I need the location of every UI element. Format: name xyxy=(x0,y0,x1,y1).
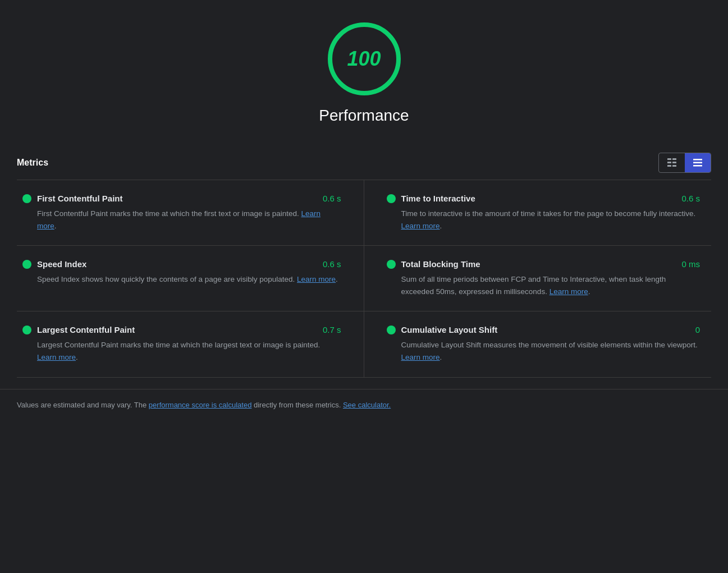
svg-rect-4 xyxy=(667,165,671,167)
metrics-label: Metrics xyxy=(17,158,48,168)
svg-rect-6 xyxy=(693,159,702,161)
metric-value-tti: 0.6 s xyxy=(681,194,700,203)
metric-item-lcp: Largest Contentful Paint 0.7 s Largest C… xyxy=(17,311,364,377)
metric-item-fcp: First Contentful Paint 0.6 s First Conte… xyxy=(17,180,364,246)
metric-name-si: Speed Index xyxy=(37,259,86,269)
metric-value-fcp: 0.6 s xyxy=(323,194,341,203)
metric-title-group: Speed Index xyxy=(22,259,86,269)
metric-name-tti: Time to Interactive xyxy=(401,194,475,203)
metric-value-cls: 0 xyxy=(695,325,700,334)
learn-more-link-tti[interactable]: Learn more xyxy=(401,222,440,230)
metric-header-row: Time to Interactive 0.6 s xyxy=(387,194,700,203)
metric-item-tbt: Total Blocking Time 0 ms Sum of all time… xyxy=(364,246,712,311)
metric-name-cls: Cumulative Layout Shift xyxy=(401,325,498,334)
footer-text-middle: directly from these metrics. xyxy=(251,401,343,409)
metrics-grid: First Contentful Paint 0.6 s First Conte… xyxy=(17,180,711,378)
svg-rect-2 xyxy=(667,162,671,163)
svg-rect-8 xyxy=(693,165,702,167)
metric-item-cls: Cumulative Layout Shift 0 Cumulative Lay… xyxy=(364,311,712,377)
grid-view-button[interactable] xyxy=(659,153,685,172)
header: 100 Performance xyxy=(0,0,728,153)
svg-rect-0 xyxy=(667,158,671,160)
learn-more-link-lcp[interactable]: Learn more xyxy=(37,353,76,361)
metric-value-tbt: 0 ms xyxy=(681,259,700,269)
list-view-button[interactable] xyxy=(685,153,711,172)
footer-text-before: Values are estimated and may vary. The xyxy=(17,401,149,409)
metric-title-group: Cumulative Layout Shift xyxy=(387,325,498,334)
metric-title-group: Time to Interactive xyxy=(387,194,475,203)
metric-title-group: First Contentful Paint xyxy=(22,194,123,203)
metric-header-row: First Contentful Paint 0.6 s xyxy=(22,194,341,203)
svg-rect-3 xyxy=(672,162,676,163)
score-circle: 100 xyxy=(328,22,401,95)
learn-more-link-cls[interactable]: Learn more xyxy=(401,353,440,361)
metric-name-fcp: First Contentful Paint xyxy=(37,194,123,203)
learn-more-link-si[interactable]: Learn more xyxy=(297,275,336,283)
learn-more-link-fcp[interactable]: Learn more xyxy=(37,209,320,230)
svg-rect-7 xyxy=(693,162,702,164)
status-dot-tbt xyxy=(387,260,396,269)
performance-score-link[interactable]: performance score is calculated xyxy=(149,401,252,409)
metric-title-group: Total Blocking Time xyxy=(387,259,480,269)
metric-description-fcp: First Contentful Paint marks the time at… xyxy=(22,208,341,232)
footer: Values are estimated and may vary. The p… xyxy=(0,389,728,420)
metric-header-row: Total Blocking Time 0 ms xyxy=(387,259,700,269)
metric-value-lcp: 0.7 s xyxy=(323,325,341,334)
metric-item-si: Speed Index 0.6 s Speed Index shows how … xyxy=(17,246,364,311)
status-dot-si xyxy=(22,260,31,269)
status-dot-fcp xyxy=(22,194,31,203)
metric-description-tbt: Sum of all time periods between FCP and … xyxy=(387,273,700,297)
status-dot-tti xyxy=(387,194,396,203)
metric-description-tti: Time to interactive is the amount of tim… xyxy=(387,208,700,232)
metric-name-tbt: Total Blocking Time xyxy=(401,259,480,269)
svg-rect-5 xyxy=(672,165,676,167)
view-toggle xyxy=(658,153,711,173)
score-number: 100 xyxy=(347,47,381,71)
status-dot-cls xyxy=(387,326,396,334)
metric-description-lcp: Largest Contentful Paint marks the time … xyxy=(22,339,341,363)
metrics-header: Metrics xyxy=(17,153,711,180)
metric-description-cls: Cumulative Layout Shift measures the mov… xyxy=(387,339,700,363)
metrics-section: Metrics xyxy=(0,153,728,378)
metric-title-group: Largest Contentful Paint xyxy=(22,325,135,334)
learn-more-link-tbt[interactable]: Learn more xyxy=(550,287,588,296)
metric-description-si: Speed Index shows how quickly the conten… xyxy=(22,273,341,286)
metric-header-row: Speed Index 0.6 s xyxy=(22,259,341,269)
status-dot-lcp xyxy=(22,326,31,334)
metric-item-tti: Time to Interactive 0.6 s Time to intera… xyxy=(364,180,712,246)
metric-header-row: Cumulative Layout Shift 0 xyxy=(387,325,700,334)
page-title: Performance xyxy=(319,107,409,125)
metric-value-si: 0.6 s xyxy=(323,259,341,269)
metric-name-lcp: Largest Contentful Paint xyxy=(37,325,135,334)
metric-header-row: Largest Contentful Paint 0.7 s xyxy=(22,325,341,334)
see-calculator-link[interactable]: See calculator. xyxy=(343,401,391,409)
svg-rect-1 xyxy=(672,158,676,160)
